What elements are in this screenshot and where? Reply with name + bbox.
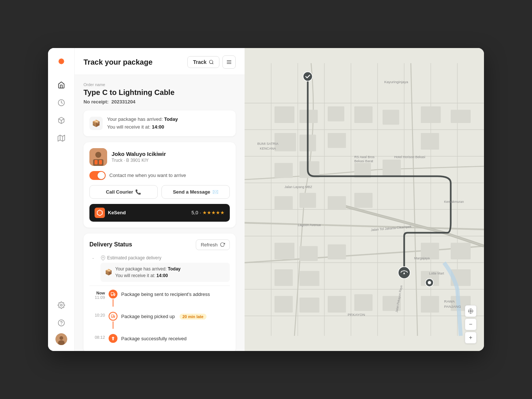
svg-point-31 <box>114 295 115 296</box>
svg-rect-77 <box>274 269 293 286</box>
courier-vehicle: Truck · B 3901 KIY <box>112 158 166 163</box>
timeline-label-3: Package successfully received <box>121 336 187 341</box>
svg-point-109 <box>470 310 471 312</box>
svg-rect-69 <box>300 193 316 208</box>
svg-rect-81 <box>274 296 293 313</box>
svg-point-33 <box>112 317 112 317</box>
est-arrival-prefix: Your package has arrived: <box>115 266 168 272</box>
menu-button[interactable] <box>222 55 236 69</box>
dot-wrap-1 <box>109 290 117 307</box>
svg-point-30 <box>112 295 113 296</box>
svg-rect-65 <box>421 106 441 123</box>
svg-rect-66 <box>421 133 439 150</box>
courier-name: Joko Waluyo Icikiwir <box>112 151 166 157</box>
sidebar-item-packages[interactable] <box>54 113 69 128</box>
svg-point-12 <box>60 304 62 306</box>
timeline-content-2: Package being picked up 20 min late <box>121 312 230 320</box>
sidebar-item-history[interactable] <box>54 95 69 110</box>
svg-point-16 <box>59 336 63 340</box>
svg-point-88 <box>303 72 312 81</box>
svg-point-24 <box>95 152 101 158</box>
dot-wrap-3 <box>109 334 117 343</box>
receipt-number: 202331204 <box>112 99 136 105</box>
kesend-logo <box>95 208 105 218</box>
svg-point-92 <box>428 281 431 284</box>
status-header: Delivery Status Refresh <box>89 239 230 250</box>
svg-marker-9 <box>58 135 64 141</box>
timeline-item: Now 11:09 Package bein <box>89 290 230 312</box>
dot-wrap-2 <box>109 312 117 330</box>
svg-rect-53 <box>274 106 294 123</box>
arrival-card: 📦 Your package has arrived: Today You wi… <box>83 110 236 136</box>
map-svg: ▲ Kayuringinjaya BUMI SATRIA KENCANA RS … <box>245 48 484 351</box>
svg-rect-29 <box>111 292 114 295</box>
track-button-label: Track <box>193 59 207 65</box>
svg-rect-68 <box>274 196 293 209</box>
est-arrival-day: Today <box>168 266 180 272</box>
panel-content: Order name Type C to Lightning Cable No … <box>75 75 245 351</box>
map-location-button[interactable] <box>465 305 477 317</box>
toggle-knob <box>98 172 105 179</box>
receipt-prefix: No receipt: <box>83 99 109 105</box>
delivery-status-card: Delivery Status Refresh - <box>83 233 236 351</box>
svg-text:Bekasi Barat: Bekasi Barat <box>354 159 374 163</box>
svg-text:Lagoon Avenue: Lagoon Avenue <box>298 223 321 227</box>
svg-point-18 <box>209 60 213 64</box>
message-label: Send a Message <box>173 189 210 195</box>
pin-icon <box>100 255 106 260</box>
svg-text:Hotel Horison Bekasi: Hotel Horison Bekasi <box>394 155 425 159</box>
map-zoom-out-button[interactable]: − <box>465 318 477 330</box>
user-avatar[interactable] <box>55 333 67 345</box>
contact-toggle[interactable] <box>89 171 106 180</box>
svg-text:Margajaya: Margajaya <box>414 256 430 260</box>
zoom-out-icon: − <box>469 321 472 328</box>
courier-footer: KeSend 5,0 · ★★★★★ <box>89 204 230 222</box>
sidebar-item-map[interactable] <box>54 131 69 146</box>
sidebar-item-settings[interactable] <box>54 298 69 313</box>
call-courier-button[interactable]: Call Courier 📞 <box>89 185 158 199</box>
search-icon <box>209 59 214 65</box>
sidebar-item-help[interactable] <box>54 316 69 330</box>
panel-header: Track your package Track <box>75 48 245 75</box>
svg-rect-27 <box>99 160 102 164</box>
time-1020: 10:20 <box>89 313 105 317</box>
svg-point-28 <box>102 257 104 258</box>
call-label: Call Courier <box>106 189 133 195</box>
status-title: Delivery Status <box>89 241 132 248</box>
map-zoom-in-button[interactable]: + <box>465 332 477 344</box>
map-controls: − + <box>465 305 477 344</box>
send-message-button[interactable]: Send a Message ✉️ <box>161 185 230 199</box>
estimated-row: - Estimated package delivery 📦 <box>89 255 230 286</box>
estimated-dash: - <box>89 255 97 261</box>
timeline-item-2: 10:20 Package being picked up <box>89 312 230 334</box>
envelope-icon: ✉️ <box>212 189 218 195</box>
timeline-content-1: Package being sent to recipient's addres… <box>121 290 230 297</box>
timeline-line-1 <box>113 299 113 307</box>
arrival-text: Your package has arrived: Today You will… <box>107 116 178 131</box>
contact-toggle-row: Contact me when you want to arrive <box>89 171 230 180</box>
svg-text:Kayuringinjaya: Kayuringinjaya <box>384 80 408 84</box>
timeline-label-2: Package being picked up <box>121 314 175 319</box>
track-button[interactable]: Track <box>187 56 219 68</box>
svg-text:PEKAYON: PEKAYON <box>348 313 365 317</box>
est-time: 14:00 <box>157 273 168 278</box>
estimated-arrival-text: Your package has arrived: Today You will… <box>115 266 181 279</box>
svg-rect-58 <box>328 133 346 148</box>
svg-rect-83 <box>328 296 346 313</box>
estimated-label: Estimated package delivery <box>107 255 161 260</box>
svg-point-6 <box>59 59 63 63</box>
svg-rect-86 <box>421 296 439 313</box>
refresh-icon <box>220 242 225 247</box>
timeline-label-1: Package being sent to recipient's addres… <box>121 291 210 297</box>
svg-rect-74 <box>328 245 346 260</box>
svg-text:Jalan Layang MBZ: Jalan Layang MBZ <box>284 185 313 189</box>
refresh-button[interactable]: Refresh <box>196 239 230 250</box>
sidebar-item-home[interactable] <box>54 78 69 92</box>
svg-rect-60 <box>383 110 399 125</box>
late-badge: 20 min late <box>180 314 207 320</box>
kesend-rating: 5,0 · ★★★★★ <box>191 210 225 215</box>
svg-text:PANJANG: PANJANG <box>444 304 461 308</box>
svg-rect-71 <box>354 193 373 208</box>
est-time-prefix: You will receive it at: <box>115 273 157 278</box>
rating-dot: · <box>200 210 201 215</box>
